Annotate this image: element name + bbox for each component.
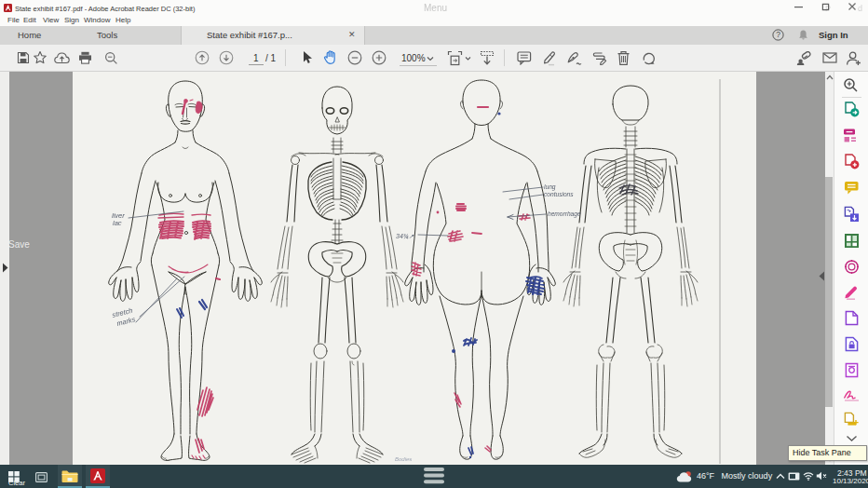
svg-text:Bodies: Bodies (395, 456, 412, 462)
svg-text:lac: lac (113, 219, 122, 227)
svg-text:lung: lung (544, 183, 556, 191)
svg-text:contusions: contusions (544, 191, 574, 197)
svg-text:?: ? (776, 30, 780, 39)
svg-text:34¾↗: 34¾↗ (396, 233, 414, 239)
svg-text:hemorrhage: hemorrhage (548, 210, 581, 218)
